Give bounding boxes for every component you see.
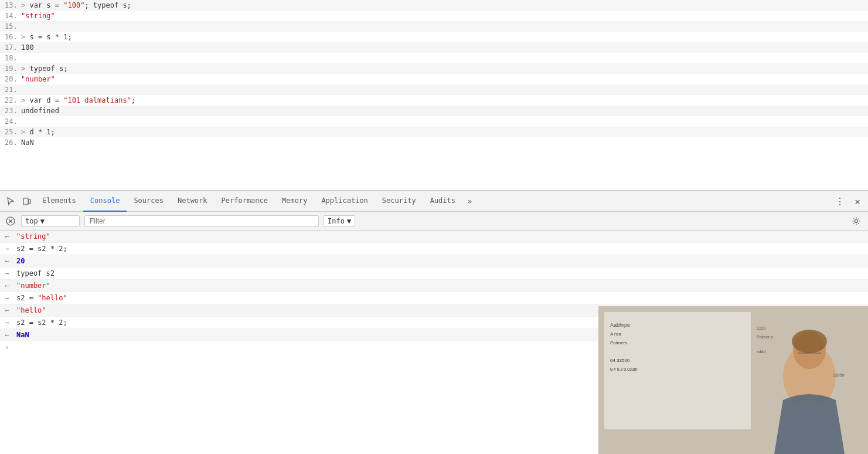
svg-point-2 [25, 204, 26, 205]
console-output-string: ← "string" [0, 231, 868, 243]
svg-text:Palmers: Palmers [610, 340, 627, 345]
tab-network[interactable]: Network [171, 191, 215, 212]
svg-text:xddd: xddd [757, 350, 765, 354]
tab-console[interactable]: Console [83, 191, 127, 212]
code-line-20: 20. "number" [0, 74, 868, 84]
code-line-23: 23. undefined [0, 106, 868, 116]
svg-text:13050: 13050 [833, 373, 845, 377]
cursor-icon[interactable] [2, 191, 19, 212]
code-line-21: 21. [0, 84, 868, 95]
tab-sources[interactable]: Sources [127, 191, 171, 212]
svg-text:0,4 0,3 0,033m: 0,4 0,3 0,033m [610, 367, 638, 371]
code-line-18: 18. [0, 53, 868, 63]
video-overlay: Aabhrpe A rea Palmers 04 33500 0,4 0,3 0… [598, 306, 868, 454]
log-level-selector[interactable]: Info ▼ [324, 215, 355, 227]
devtools-close-button[interactable]: ✕ [849, 191, 866, 212]
devtools-menu-button[interactable]: ⋮ [832, 191, 848, 212]
device-icon[interactable] [19, 191, 35, 212]
code-line-22: 22. > var d = "101 dalmatians"; [0, 95, 868, 106]
console-settings-button[interactable] [849, 214, 863, 228]
code-line-17: 17. 100 [0, 42, 868, 53]
devtools-tabs-bar: Elements Console Sources Network Perform… [0, 191, 868, 212]
code-line-15: 15. [0, 21, 868, 32]
svg-text:A rea: A rea [610, 331, 621, 337]
code-line-14: 14. "string" [0, 11, 868, 21]
clear-console-button[interactable] [5, 215, 16, 227]
tab-application[interactable]: Application [314, 191, 375, 212]
tab-security[interactable]: Security [375, 191, 423, 212]
tab-audits[interactable]: Audits [423, 191, 462, 212]
code-line-24: 24. [0, 116, 868, 127]
chevron-down-icon: ▼ [40, 217, 45, 225]
code-line-25: 25. > d * 1; [0, 127, 868, 137]
svg-point-6 [855, 219, 858, 222]
console-toolbar: top ▼ Info ▼ [0, 212, 868, 231]
chevron-down-icon: ▼ [347, 217, 351, 225]
code-area: 13. > var s = "100"; typeof s; 14. "stri… [0, 0, 868, 191]
context-selector[interactable]: top ▼ [21, 215, 80, 227]
filter-input[interactable] [84, 215, 319, 227]
tab-performance[interactable]: Performance [215, 191, 275, 212]
code-line-13: 13. > var s = "100"; typeof s; [0, 0, 868, 11]
console-output[interactable]: ← "string" → s2 = s2 * 2; ← 20 → typeof … [0, 231, 868, 454]
console-input-s2-hello: → s2 = "hello" [0, 292, 868, 304]
code-line-26: 26. NaN [0, 137, 868, 148]
code-line-19: 19. > typeof s; [0, 63, 868, 74]
console-output-20: ← 20 [0, 255, 868, 267]
console-input-typeof-s2: → typeof s2 [0, 267, 868, 280]
code-line-16: 16. > s = s * 1; [0, 32, 868, 42]
svg-text:Aabhrpe: Aabhrpe [610, 322, 630, 328]
svg-text:Palmer p: Palmer p [757, 335, 773, 340]
svg-point-16 [792, 330, 827, 353]
tab-elements[interactable]: Elements [35, 191, 83, 212]
svg-rect-1 [29, 199, 30, 204]
console-input-s2-multiply: → s2 = s2 * 2; [0, 243, 868, 255]
tab-memory[interactable]: Memory [275, 191, 314, 212]
svg-text:1220: 1220 [757, 326, 766, 330]
svg-text:04 33500: 04 33500 [610, 358, 630, 363]
log-level-label: Info [328, 217, 345, 225]
more-tabs-button[interactable]: » [462, 196, 476, 206]
context-label: top [25, 217, 38, 225]
console-output-number: ← "number" [0, 280, 868, 292]
